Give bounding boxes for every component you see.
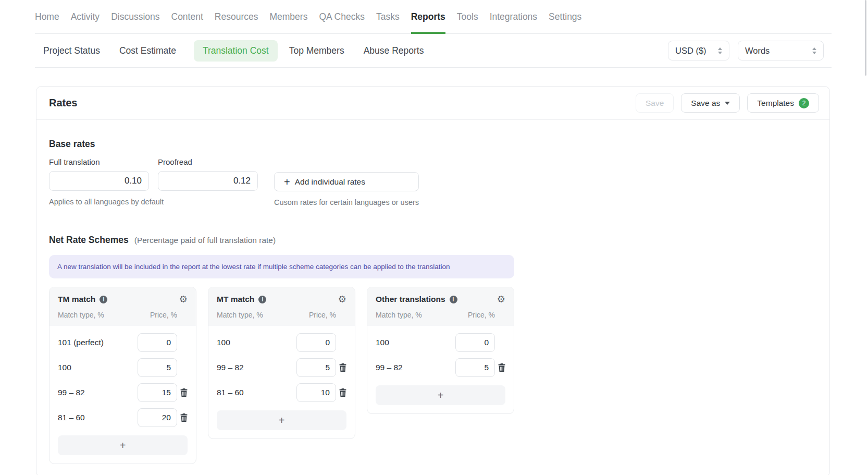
match-type-column-header: Match type, % <box>217 311 263 319</box>
report-sub-nav: Project StatusCost EstimateTranslation C… <box>35 34 832 68</box>
scheme-card-header: TM match ⚙ Match type, % Price, % <box>49 287 196 326</box>
info-icon[interactable] <box>450 296 457 303</box>
match-range-label: 101 (perfect) <box>58 338 138 347</box>
scrollbar[interactable] <box>865 0 866 76</box>
rate-row: 99 – 82 <box>49 380 196 405</box>
page: HomeActivityDiscussionsContentResourcesM… <box>35 0 832 475</box>
delete-row-button[interactable] <box>336 363 350 372</box>
price-column-header: Price, % <box>150 311 177 319</box>
save-as-label: Save as <box>691 99 720 108</box>
info-icon[interactable] <box>100 296 107 303</box>
chevron-down-icon <box>725 102 730 105</box>
match-range-label: 99 – 82 <box>217 363 296 372</box>
nav-item-discussions[interactable]: Discussions <box>111 0 159 33</box>
rate-row: 101 (perfect) <box>49 330 196 355</box>
price-input[interactable] <box>296 383 336 402</box>
price-input[interactable] <box>455 333 495 352</box>
trash-icon <box>498 363 505 372</box>
match-range-label: 81 – 60 <box>58 413 138 422</box>
info-icon[interactable] <box>258 296 266 303</box>
full-translation-input[interactable] <box>49 171 149 191</box>
net-rate-schemes-title: Net Rate Schemes <box>49 235 129 246</box>
delete-row-button[interactable] <box>177 413 191 422</box>
scheme-card-title: Other translations <box>376 295 445 304</box>
unit-select[interactable]: Words <box>738 41 824 60</box>
price-input[interactable] <box>296 358 336 377</box>
price-column-header: Price, % <box>468 311 495 319</box>
nav-item-home[interactable]: Home <box>35 0 59 33</box>
tab-cost-estimate[interactable]: Cost Estimate <box>119 40 176 62</box>
nav-item-qa-checks[interactable]: QA Checks <box>319 0 365 33</box>
scheme-card-title: MT match <box>217 295 254 304</box>
templates-label: Templates <box>757 99 794 108</box>
price-input[interactable] <box>138 408 177 427</box>
tab-top-members[interactable]: Top Members <box>289 40 344 62</box>
add-rate-row-button[interactable]: + <box>217 410 346 430</box>
rates-panel: Rates Save Save as Templates 2 Base rate… <box>36 86 830 475</box>
unit-select-value: Words <box>745 46 770 56</box>
scheme-card-other-translations: Other translations ⚙ Match type, % Price… <box>367 287 514 414</box>
individual-rates-helper: Cusom rates for certain languages or use… <box>274 198 419 206</box>
delete-row-button[interactable] <box>177 388 191 397</box>
proofread-label: Proofread <box>158 157 258 166</box>
scheme-card-header: Other translations ⚙ Match type, % Price… <box>367 287 514 326</box>
match-type-column-header: Match type, % <box>58 311 104 319</box>
nav-item-resources[interactable]: Resources <box>215 0 258 33</box>
add-individual-rates-label: Add individual rates <box>295 177 365 187</box>
currency-select[interactable]: USD ($) <box>668 41 729 60</box>
save-button[interactable]: Save <box>636 93 674 113</box>
match-range-label: 81 – 60 <box>217 388 296 397</box>
proofread-input[interactable] <box>158 171 258 191</box>
scheme-card-header: MT match ⚙ Match type, % Price, % <box>208 287 355 326</box>
scheme-rows: 100 99 – 82 81 – 60 <box>208 326 355 405</box>
match-range-label: 100 <box>58 363 138 372</box>
scheme-card-tm-match: TM match ⚙ Match type, % Price, % 101 (p… <box>49 287 196 464</box>
delete-row-button[interactable] <box>336 388 350 397</box>
price-input[interactable] <box>138 333 177 352</box>
nav-item-reports[interactable]: Reports <box>411 0 445 33</box>
trash-icon <box>339 388 346 397</box>
net-rate-schemes-subtitle: (Percentage paid of full translation rat… <box>134 236 276 245</box>
base-rates-row: Full translation Applies to all language… <box>49 157 817 206</box>
lowest-rate-info-banner: A new translation will be included in th… <box>49 255 514 278</box>
scheme-rows: 101 (perfect) 100 99 – 82 <box>49 326 196 430</box>
add-rate-row-button[interactable]: + <box>376 385 505 405</box>
rate-row: 100 <box>208 330 355 355</box>
updown-icon <box>718 47 722 54</box>
price-input[interactable] <box>138 358 177 377</box>
nav-item-settings[interactable]: Settings <box>549 0 581 33</box>
tab-project-status[interactable]: Project Status <box>43 40 100 62</box>
add-individual-rates-button[interactable]: + Add individual rates <box>274 172 419 191</box>
gear-icon[interactable]: ⚙ <box>497 295 505 304</box>
tab-abuse-reports[interactable]: Abuse Reports <box>364 40 424 62</box>
scheme-rows: 100 99 – 82 <box>367 326 514 380</box>
scheme-card-mt-match: MT match ⚙ Match type, % Price, % 100 99… <box>208 287 355 439</box>
price-column-header: Price, % <box>309 311 336 319</box>
gear-icon[interactable]: ⚙ <box>179 295 188 304</box>
save-as-button[interactable]: Save as <box>681 93 740 113</box>
nav-item-content[interactable]: Content <box>171 0 203 33</box>
report-filters: USD ($) Words <box>668 41 832 60</box>
templates-count-badge: 2 <box>799 98 809 108</box>
nav-item-integrations[interactable]: Integrations <box>490 0 537 33</box>
delete-row-button[interactable] <box>495 363 509 372</box>
add-rate-row-button[interactable]: + <box>58 435 188 455</box>
base-rates-title: Base rates <box>49 139 817 150</box>
full-translation-field: Full translation Applies to all language… <box>49 157 149 206</box>
trash-icon <box>339 363 346 372</box>
rates-actions: Save Save as Templates 2 <box>636 93 819 113</box>
individual-rates-col: + Add individual rates Cusom rates for c… <box>274 157 419 206</box>
rate-row: 81 – 60 <box>208 380 355 405</box>
nav-item-members[interactable]: Members <box>269 0 307 33</box>
nav-item-tasks[interactable]: Tasks <box>376 0 400 33</box>
price-input[interactable] <box>296 333 336 352</box>
full-translation-label: Full translation <box>49 157 149 166</box>
sub-tabs: Project StatusCost EstimateTranslation C… <box>43 40 443 62</box>
price-input[interactable] <box>138 383 177 402</box>
gear-icon[interactable]: ⚙ <box>338 295 346 304</box>
nav-item-tools[interactable]: Tools <box>457 0 478 33</box>
templates-button[interactable]: Templates 2 <box>747 93 819 113</box>
nav-item-activity[interactable]: Activity <box>71 0 100 33</box>
price-input[interactable] <box>455 358 495 377</box>
tab-translation-cost[interactable]: Translation Cost <box>194 40 278 62</box>
